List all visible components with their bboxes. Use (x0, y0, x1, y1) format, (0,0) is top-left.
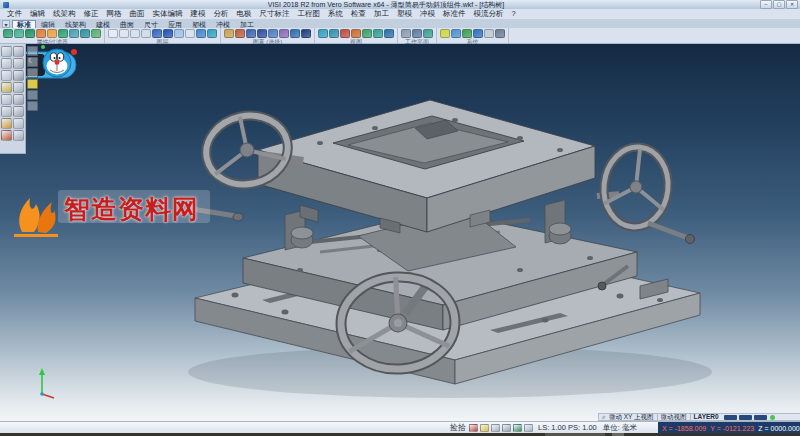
minimize-button[interactable]: – (760, 0, 772, 9)
ribbon-icon[interactable] (318, 29, 328, 38)
left-toolbar-icon[interactable] (1, 70, 12, 81)
nav-button-1[interactable] (739, 415, 752, 420)
toolbar-tab-5[interactable]: 尺寸 (139, 20, 163, 28)
ribbon-icon[interactable] (351, 29, 361, 38)
view-cube-button-1[interactable] (27, 57, 38, 67)
ribbon-icon[interactable] (268, 29, 278, 38)
ribbon-icon[interactable] (412, 29, 422, 38)
left-toolbar-icon[interactable] (1, 118, 12, 129)
view-cube-button-3[interactable] (27, 79, 38, 89)
menu-item-10[interactable]: 尺寸标注 (256, 9, 294, 19)
toolbar-tab-0[interactable]: 标准 (12, 20, 36, 28)
left-toolbar-icon[interactable] (1, 82, 12, 93)
status-icon[interactable] (469, 424, 478, 432)
nav-mode-label[interactable]: 微动 XY 上视图 (609, 413, 654, 421)
status-icon[interactable] (502, 424, 511, 432)
toolbar-tab-6[interactable]: 应用 (163, 20, 187, 28)
left-toolbar-icon[interactable] (13, 130, 24, 141)
ribbon-icon[interactable] (196, 29, 206, 38)
ribbon-icon[interactable] (440, 29, 450, 38)
status-icon[interactable] (513, 424, 522, 432)
view-cube-button-4[interactable] (27, 90, 38, 100)
ribbon-icon[interactable] (174, 29, 184, 38)
menu-item-3[interactable]: 修正 (80, 9, 103, 19)
magnifier-icon[interactable]: ⌕ (602, 413, 606, 421)
view-cube-button-5[interactable] (27, 101, 38, 111)
viewport-3d[interactable]: 智造资料网 A ☾ T (0, 44, 800, 421)
ribbon-icon[interactable] (14, 29, 24, 38)
menu-item-18[interactable]: 模流分析 (470, 9, 508, 19)
close-button[interactable]: ✕ (786, 0, 798, 9)
ribbon-icon[interactable] (257, 29, 267, 38)
ribbon-icon[interactable] (36, 29, 46, 38)
status-icon[interactable] (480, 424, 489, 432)
ribbon-icon[interactable] (384, 29, 394, 38)
ribbon-icon[interactable] (290, 29, 300, 38)
ribbon-icon[interactable] (119, 29, 129, 38)
menu-item-14[interactable]: 加工 (370, 9, 393, 19)
ribbon-icon[interactable] (401, 29, 411, 38)
ribbon-icon[interactable] (423, 29, 433, 38)
ribbon-icon[interactable] (108, 29, 118, 38)
menu-item-0[interactable]: 文件 (3, 9, 26, 19)
collapse-tabs-button[interactable]: ▾ (2, 20, 10, 28)
menu-item-2[interactable]: 线架构 (49, 9, 80, 19)
pick-mode-label[interactable]: 捡拾 (450, 422, 466, 433)
ribbon-icon[interactable] (462, 29, 472, 38)
left-toolbar-icon[interactable] (13, 58, 24, 69)
menu-item-15[interactable]: 塑模 (393, 9, 416, 19)
menu-item-19[interactable]: ? (508, 9, 520, 19)
left-toolbar-icon[interactable] (13, 118, 24, 129)
left-toolbar-icon[interactable] (1, 106, 12, 117)
ribbon-icon[interactable] (451, 29, 461, 38)
menu-item-11[interactable]: 工程图 (294, 9, 325, 19)
view-cube-button-2[interactable] (27, 68, 38, 78)
menu-item-16[interactable]: 冲模 (416, 9, 439, 19)
left-toolbar-icon[interactable] (13, 70, 24, 81)
left-toolbar-icon[interactable] (13, 82, 24, 93)
left-toolbar-icon[interactable] (1, 130, 12, 141)
ribbon-icon[interactable] (69, 29, 79, 38)
menu-item-8[interactable]: 分析 (210, 9, 233, 19)
ribbon-icon[interactable] (373, 29, 383, 38)
left-toolbar-icon[interactable] (1, 46, 12, 57)
ribbon-icon[interactable] (301, 29, 311, 38)
toolbar-tab-1[interactable]: 编辑 (36, 20, 60, 28)
ribbon-icon[interactable] (152, 29, 162, 38)
menu-item-17[interactable]: 标准件 (439, 9, 470, 19)
ribbon-icon[interactable] (130, 29, 140, 38)
left-toolbar-icon[interactable] (13, 94, 24, 105)
menu-item-7[interactable]: 建模 (187, 9, 210, 19)
status-icon[interactable] (524, 424, 533, 432)
active-layer-label[interactable]: LAYER0 (694, 413, 719, 421)
nav-view-label[interactable]: 微动视图 (661, 413, 687, 421)
menu-item-12[interactable]: 系统 (324, 9, 347, 19)
ribbon-icon[interactable] (207, 29, 217, 38)
toolbar-tab-9[interactable]: 加工 (235, 20, 259, 28)
nav-button-2[interactable] (754, 415, 767, 420)
ribbon-icon[interactable] (25, 29, 35, 38)
left-toolbar-icon[interactable] (13, 106, 24, 117)
menu-item-6[interactable]: 实体编辑 (149, 9, 187, 19)
toolbar-tab-7[interactable]: 塑模 (187, 20, 211, 28)
ribbon-icon[interactable] (163, 29, 173, 38)
view-cube-button-0[interactable] (27, 46, 38, 56)
ribbon-icon[interactable] (362, 29, 372, 38)
ribbon-icon[interactable] (58, 29, 68, 38)
menu-item-4[interactable]: 网格 (103, 9, 126, 19)
ribbon-icon[interactable] (235, 29, 245, 38)
status-icon[interactable] (491, 424, 500, 432)
menu-item-1[interactable]: 编辑 (26, 9, 49, 19)
left-toolbar-icon[interactable] (1, 58, 12, 69)
ribbon-icon[interactable] (495, 29, 505, 38)
maximize-button[interactable]: ▢ (773, 0, 785, 9)
ribbon-icon[interactable] (80, 29, 90, 38)
ribbon-icon[interactable] (246, 29, 256, 38)
nav-button-0[interactable] (724, 415, 737, 420)
ribbon-icon[interactable] (329, 29, 339, 38)
ribbon-icon[interactable] (91, 29, 101, 38)
toolbar-tab-8[interactable]: 冲模 (211, 20, 235, 28)
menu-item-9[interactable]: 电极 (233, 9, 256, 19)
menu-item-13[interactable]: 检查 (347, 9, 370, 19)
ribbon-icon[interactable] (141, 29, 151, 38)
